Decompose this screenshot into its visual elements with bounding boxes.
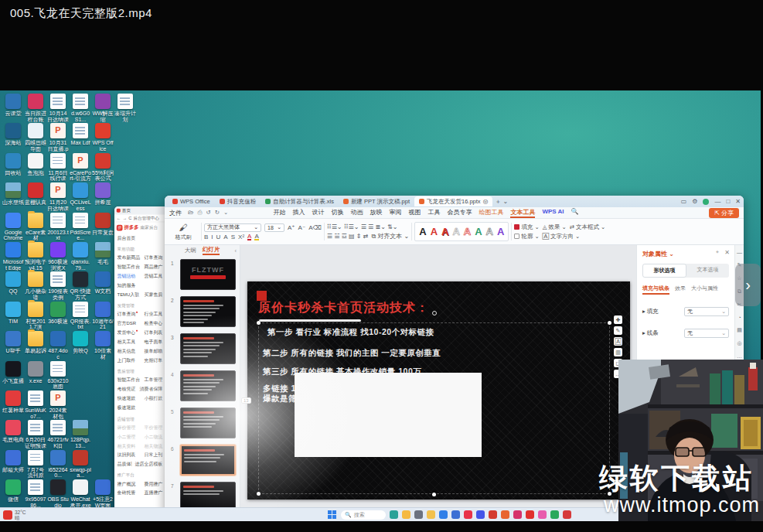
menu-3[interactable]: 切换 [331, 208, 343, 218]
rotate-handle[interactable] [432, 311, 437, 315]
desktop-icon[interactable]: 2024素材包 [47, 390, 69, 419]
desktop-icon[interactable]: 毛毛 [92, 242, 114, 265]
taskbar-app-icon-2[interactable] [414, 510, 423, 519]
dock-icon-7[interactable]: ◎ [737, 340, 741, 346]
pin-icon[interactable]: ⌖ [716, 249, 719, 255]
desktop-icon[interactable]: QR报表.txt [70, 302, 91, 330]
pdd-nav-item[interactable]: 相关信息接单邮箱 [114, 346, 165, 356]
mini-tool-2[interactable]: 🄰 [614, 337, 622, 346]
wps-document-tab[interactable]: 自助计算器与计算表.xls [261, 196, 339, 206]
selection-handle[interactable] [608, 321, 611, 325]
pdd-nav-item[interactable]: 推广概况费用推广 [114, 479, 165, 489]
desktop-icon[interactable]: 360极速 [47, 302, 69, 325]
char-format-A[interactable]: A [223, 234, 227, 240]
white-cover-shape[interactable] [295, 373, 482, 457]
desktop-icon[interactable]: 凑瑞升计划 [114, 94, 136, 122]
char-format-U[interactable]: U [216, 234, 221, 240]
maximize-icon[interactable]: □ [726, 198, 730, 205]
desktop-icon[interactable]: 四维思维导图 [25, 123, 46, 152]
desktop-icon[interactable]: Max Ldf [70, 123, 91, 146]
desktop-icon[interactable]: WeChat承开.exe [70, 479, 91, 508]
desktop-icon[interactable]: PddScree... [70, 213, 91, 241]
desktop-icon[interactable]: 960极速浏览X [47, 242, 69, 271]
desktop-icon[interactable]: 鱼泡泡 [25, 153, 46, 176]
desktop-icon[interactable]: 10週年6/21 [92, 302, 114, 330]
desktop-icon[interactable]: 11月20日达纳课程 [47, 182, 69, 211]
slide-thumbnail-6[interactable] [180, 445, 236, 476]
back-icon[interactable]: ← [117, 216, 121, 220]
pdd-nav-item[interactable]: 智能工作台工单管理 [114, 376, 165, 385]
desktop-icon[interactable]: 剪映Q [70, 331, 91, 354]
font-color-button[interactable]: A [247, 234, 251, 240]
desktop-icon[interactable]: 山水壁纸 [2, 182, 24, 206]
wps-document-tab[interactable]: 新建 PPT 演示文稿.ppt [339, 196, 414, 206]
pdd-nav-item[interactable]: 小二管理小二物流 [114, 432, 165, 442]
desktop-icon[interactable]: 128Pqp.13... [70, 420, 91, 448]
quick-access-icon[interactable]: ⎙ [198, 209, 203, 217]
desktop-icon[interactable]: 55%利润表公式 [92, 153, 114, 182]
slide-thumbnail-3[interactable] [180, 333, 236, 364]
text-direction-button[interactable]: 🄰 文字方向 ⌄ [543, 233, 581, 240]
pdd-nav-item[interactable]: 极速退款 [114, 403, 165, 412]
property-select[interactable]: 无⌄ [684, 329, 729, 338]
desktop-icon[interactable]: +5注意2W页面 [92, 479, 114, 508]
minimize-icon[interactable]: — [714, 198, 720, 205]
desktop-icon[interactable]: 微信 [2, 479, 24, 503]
start-button[interactable] [328, 510, 337, 520]
wordart-style-7[interactable]: A [497, 226, 504, 237]
share-button[interactable]: ⇱ 分享 [709, 208, 739, 218]
desktop-icon[interactable]: OBS Studio [47, 479, 69, 508]
pdd-nav-item[interactable]: 金砖托管直播推广 [114, 489, 165, 498]
wps-ai-button[interactable]: WPS AI [542, 208, 564, 218]
desktop-icon[interactable]: x.exe [25, 361, 46, 384]
properties-tab-0[interactable]: 形状选项 [642, 264, 686, 278]
wordart-style-6[interactable]: A [486, 226, 493, 237]
pdd-nav-item[interactable]: 官方DSR检查中心 [114, 319, 165, 329]
taskbar-app-icon-14[interactable] [563, 510, 571, 519]
desktop-icon[interactable]: eCare素材 [25, 213, 46, 241]
menu-9[interactable]: 会员专享 [447, 208, 472, 218]
desktop-icon[interactable]: 6月20日证明预课程.txt [25, 420, 46, 448]
wordart-style-2[interactable]: A [441, 226, 448, 237]
taskbar-app-icon-3[interactable] [427, 510, 435, 519]
desktop-icon[interactable]: 预浏电子 v4.15 [25, 242, 46, 271]
desktop-icon[interactable]: 10倍素材 [92, 331, 114, 360]
char-format-S[interactable]: S [231, 234, 235, 240]
desktop-icon[interactable]: Microsoft Edge [2, 242, 24, 271]
wordart-style-3[interactable]: A [452, 226, 459, 237]
desktop-icon[interactable]: QQ [2, 271, 24, 295]
taskbar-app-icon-1[interactable] [402, 510, 410, 519]
desktop-icon[interactable]: 拼希屋 [92, 182, 114, 206]
wordart-style-5[interactable]: A [475, 226, 482, 237]
wordart-style-4[interactable]: A [464, 226, 471, 237]
wps-document-tab[interactable]: 抖音充值粉 [215, 196, 261, 206]
selection-handle[interactable] [432, 493, 436, 496]
close-panel-icon[interactable]: ✕ [724, 249, 730, 256]
slide-thumbnail-5[interactable] [180, 408, 236, 438]
menu-8[interactable]: 工具 [427, 208, 440, 218]
paragraph-buttons-row2[interactable]: ☰ ☱ ☲ ▤ ⇕ ⇄ ⧉ 对齐文本 ⌄ [327, 232, 409, 240]
desktop-icon[interactable]: 蓝棚认真 [25, 182, 46, 206]
font-shrink-button[interactable]: A⁻ [298, 224, 306, 231]
menu-2[interactable]: 设计 [312, 208, 324, 218]
taskbar-app-icon-12[interactable] [538, 510, 547, 519]
font-size-combo[interactable]: 18⌄ [264, 223, 284, 232]
desktop-icon[interactable]: 487.4doc [47, 331, 69, 360]
slide[interactable]: 原价卡秒杀卡首页活动技术： 第一步 看行业 标准流程 找10-20个对标链接第二… [247, 281, 630, 500]
pinduoduo-admin-window[interactable]: 首页 ← → C 后台管理中心 拼 拼多多 南家后台 后台首页常用功能发布新商品… [114, 206, 165, 521]
property-select[interactable]: 无⌄ [684, 307, 729, 316]
browser-tab[interactable]: 首页 [114, 206, 165, 215]
taskbar-search[interactable]: 🔍 搜索 [341, 510, 386, 520]
pdd-nav-item[interactable]: 发货中心订单列表 [114, 329, 165, 338]
pdd-nav-item[interactable]: 后台首页 [114, 234, 165, 243]
context-menu-1[interactable]: 文本工具 [510, 208, 535, 218]
desktop-icon[interactable]: W文档 [92, 271, 114, 295]
desktop-icon[interactable]: 邮箱大师 [2, 450, 24, 473]
pdd-nav-item[interactable]: 快速退款小额打款 [114, 394, 165, 404]
pdd-nav-item[interactable]: 智能工作台商品推广 [114, 262, 165, 271]
quick-access-icon[interactable]: ↺ [206, 209, 211, 217]
desktop-icon[interactable]: TIM [2, 302, 24, 325]
quick-access-icon[interactable]: 🗁 [188, 209, 194, 217]
wps-document-tab[interactable]: 飞龙在天发货16.pptx ◎ [414, 196, 492, 206]
properties-subtab-2[interactable]: 大小与属性 [691, 285, 718, 295]
